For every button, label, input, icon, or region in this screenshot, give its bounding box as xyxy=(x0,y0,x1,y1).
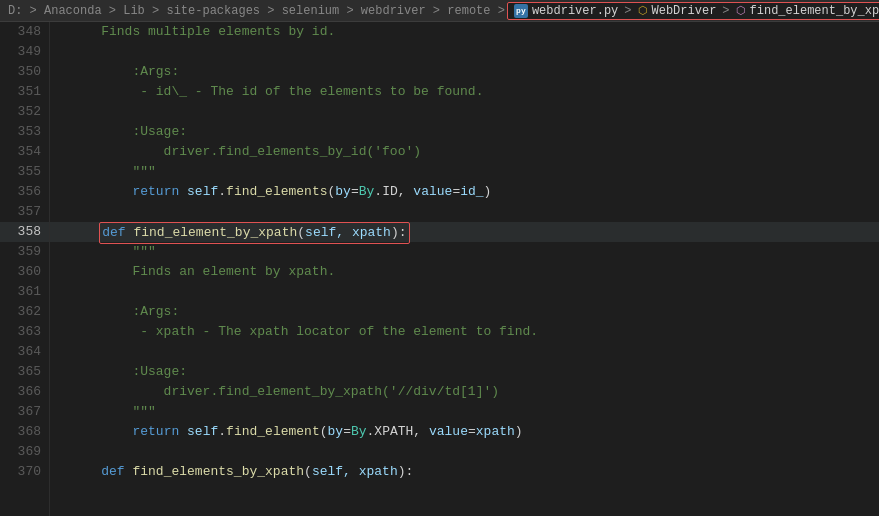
def-highlight-box: def find_element_by_xpath(self, xpath): xyxy=(99,222,409,244)
line-num-359: 359 xyxy=(0,242,49,262)
method-icon: ⬡ xyxy=(736,4,746,17)
tab-active[interactable]: py webdriver.py > ⬡ WebDriver > ⬡ find_e… xyxy=(507,2,879,20)
token-3: self xyxy=(187,424,218,439)
titlebar: D: > Anaconda > Lib > site-packages > se… xyxy=(0,0,879,22)
token-11: value xyxy=(429,424,468,439)
paren-open: ( xyxy=(297,225,305,240)
token-0: Finds multiple elements by id. xyxy=(70,24,335,39)
line-num-366: 366 xyxy=(0,382,49,402)
token-1: return xyxy=(132,184,179,199)
code-line-370: def find_elements_by_xpath(self, xpath): xyxy=(50,462,879,482)
token-7: by xyxy=(335,184,351,199)
code-line-365: :Usage: xyxy=(50,362,879,382)
code-line-362: :Args: xyxy=(50,302,879,322)
token-0: driver.find_element_by_xpath('//div/td[1… xyxy=(70,384,499,399)
indent xyxy=(70,225,101,240)
code-line-353: :Usage: xyxy=(50,122,879,142)
token-8: = xyxy=(343,424,351,439)
code-content[interactable]: Finds multiple elements by id. :Args: - … xyxy=(50,22,879,516)
token-0: - id\_ - The id of the elements to be fo… xyxy=(70,84,483,99)
line-num-364: 364 xyxy=(0,342,49,362)
line-num-362: 362 xyxy=(0,302,49,322)
code-line-364 xyxy=(50,342,879,362)
line-num-353: 353 xyxy=(0,122,49,142)
token-0 xyxy=(70,184,132,199)
token-0: :Args: xyxy=(70,64,179,79)
code-line-360: Finds an element by xpath. xyxy=(50,262,879,282)
params: self, xpath xyxy=(305,225,391,240)
token-0: """ xyxy=(70,244,156,259)
line-num-356: 356 xyxy=(0,182,49,202)
python-file-icon: py xyxy=(514,4,528,18)
token-13: xpath xyxy=(476,424,515,439)
token-1: def xyxy=(101,464,132,479)
line-num-369: 369 xyxy=(0,442,49,462)
token-8: = xyxy=(351,184,359,199)
line-num-370: 370 xyxy=(0,462,49,482)
paren-close: ): xyxy=(391,225,407,240)
function-name: find_element_by_xpath xyxy=(133,225,297,240)
code-line-367: """ xyxy=(50,402,879,422)
token-2 xyxy=(179,184,187,199)
breadcrumb-path: D: > Anaconda > Lib > site-packages > se… xyxy=(8,4,505,18)
token-4: . xyxy=(218,184,226,199)
token-11: value xyxy=(413,184,452,199)
keyword-def: def xyxy=(102,225,133,240)
line-num-363: 363 xyxy=(0,322,49,342)
code-line-368: return self.find_element(by=By.XPATH, va… xyxy=(50,422,879,442)
token-0: - xpath - The xpath locator of the eleme… xyxy=(70,324,538,339)
code-line-356: return self.find_elements(by=By.ID, valu… xyxy=(50,182,879,202)
line-num-367: 367 xyxy=(0,402,49,422)
line-num-361: 361 xyxy=(0,282,49,302)
token-3: ( xyxy=(304,464,312,479)
line-num-348: 348 xyxy=(0,22,49,42)
line-num-351: 351 xyxy=(0,82,49,102)
token-14: ) xyxy=(515,424,523,439)
token-10: .XPATH, xyxy=(367,424,429,439)
token-3: self xyxy=(187,184,218,199)
line-num-360: 360 xyxy=(0,262,49,282)
code-line-355: """ xyxy=(50,162,879,182)
token-0: :Args: xyxy=(70,304,179,319)
code-line-352 xyxy=(50,102,879,122)
line-numbers: 3483493503513523533543553563573583593603… xyxy=(0,22,50,516)
token-4: . xyxy=(218,424,226,439)
token-6: ( xyxy=(320,424,328,439)
token-13: id_ xyxy=(460,184,483,199)
tab-methodname: find_element_by_xpath xyxy=(750,4,879,18)
token-5: ): xyxy=(398,464,414,479)
code-line-351: - id\_ - The id of the elements to be fo… xyxy=(50,82,879,102)
token-5: find_element xyxy=(226,424,320,439)
token-14: ) xyxy=(484,184,492,199)
token-2: find_elements_by_xpath xyxy=(132,464,304,479)
token-1: return xyxy=(132,424,179,439)
token-0: :Usage: xyxy=(70,124,187,139)
line-num-354: 354 xyxy=(0,142,49,162)
code-line-359: """ xyxy=(50,242,879,262)
token-2 xyxy=(179,424,187,439)
code-line-354: driver.find_elements_by_id('foo') xyxy=(50,142,879,162)
line-num-357: 357 xyxy=(0,202,49,222)
code-line-366: driver.find_element_by_xpath('//div/td[1… xyxy=(50,382,879,402)
line-num-352: 352 xyxy=(0,102,49,122)
code-line-363: - xpath - The xpath locator of the eleme… xyxy=(50,322,879,342)
token-0: :Usage: xyxy=(70,364,187,379)
code-line-358: def find_element_by_xpath(self, xpath): xyxy=(50,222,879,242)
token-7: by xyxy=(328,424,344,439)
token-0: Finds an element by xpath. xyxy=(70,264,335,279)
line-num-365: 365 xyxy=(0,362,49,382)
token-0 xyxy=(70,464,101,479)
code-line-348: Finds multiple elements by id. xyxy=(50,22,879,42)
code-line-361 xyxy=(50,282,879,302)
code-line-369 xyxy=(50,442,879,462)
token-5: find_elements xyxy=(226,184,327,199)
token-9: By xyxy=(359,184,375,199)
token-0 xyxy=(70,424,132,439)
code-line-349 xyxy=(50,42,879,62)
code-line-350: :Args: xyxy=(50,62,879,82)
tab-classname: WebDriver xyxy=(652,4,717,18)
line-num-368: 368 xyxy=(0,422,49,442)
breadcrumb: D: > Anaconda > Lib > site-packages > se… xyxy=(8,2,879,20)
line-num-350: 350 xyxy=(0,62,49,82)
line-num-349: 349 xyxy=(0,42,49,62)
